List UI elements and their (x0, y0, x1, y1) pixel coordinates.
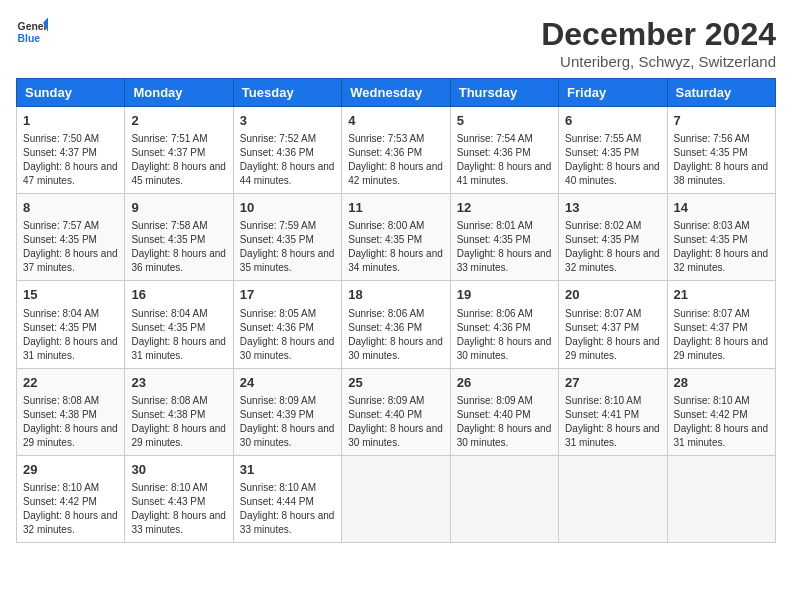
daylight-label: Daylight: 8 hours and 41 minutes. (457, 161, 552, 186)
sunset-label: Sunset: 4:38 PM (131, 409, 205, 420)
sunrise-label: Sunrise: 7:53 AM (348, 133, 424, 144)
day-number: 3 (240, 112, 335, 130)
sunset-label: Sunset: 4:36 PM (457, 147, 531, 158)
column-header-saturday: Saturday (667, 79, 775, 107)
calendar-cell (559, 455, 667, 542)
sunrise-label: Sunrise: 8:01 AM (457, 220, 533, 231)
sunrise-label: Sunrise: 8:04 AM (23, 308, 99, 319)
sunrise-label: Sunrise: 8:10 AM (565, 395, 641, 406)
day-number: 2 (131, 112, 226, 130)
daylight-label: Daylight: 8 hours and 30 minutes. (240, 336, 335, 361)
day-number: 26 (457, 374, 552, 392)
sunrise-label: Sunrise: 8:10 AM (131, 482, 207, 493)
calendar-cell: 29 Sunrise: 8:10 AM Sunset: 4:42 PM Dayl… (17, 455, 125, 542)
day-number: 10 (240, 199, 335, 217)
sunrise-label: Sunrise: 8:02 AM (565, 220, 641, 231)
sunset-label: Sunset: 4:41 PM (565, 409, 639, 420)
column-header-wednesday: Wednesday (342, 79, 450, 107)
title-block: December 2024 Unteriberg, Schwyz, Switze… (541, 16, 776, 70)
calendar-cell: 26 Sunrise: 8:09 AM Sunset: 4:40 PM Dayl… (450, 368, 558, 455)
calendar-week-row: 22 Sunrise: 8:08 AM Sunset: 4:38 PM Dayl… (17, 368, 776, 455)
daylight-label: Daylight: 8 hours and 32 minutes. (674, 248, 769, 273)
daylight-label: Daylight: 8 hours and 30 minutes. (457, 336, 552, 361)
calendar-cell: 2 Sunrise: 7:51 AM Sunset: 4:37 PM Dayli… (125, 107, 233, 194)
logo: General Blue (16, 16, 48, 48)
column-header-friday: Friday (559, 79, 667, 107)
sunrise-label: Sunrise: 7:58 AM (131, 220, 207, 231)
sunset-label: Sunset: 4:43 PM (131, 496, 205, 507)
daylight-label: Daylight: 8 hours and 31 minutes. (23, 336, 118, 361)
day-number: 9 (131, 199, 226, 217)
calendar-cell: 24 Sunrise: 8:09 AM Sunset: 4:39 PM Dayl… (233, 368, 341, 455)
sunrise-label: Sunrise: 8:06 AM (348, 308, 424, 319)
sunrise-label: Sunrise: 8:08 AM (23, 395, 99, 406)
sunrise-label: Sunrise: 8:07 AM (674, 308, 750, 319)
daylight-label: Daylight: 8 hours and 42 minutes. (348, 161, 443, 186)
sunset-label: Sunset: 4:35 PM (240, 234, 314, 245)
day-number: 5 (457, 112, 552, 130)
svg-text:Blue: Blue (18, 33, 41, 44)
sunset-label: Sunset: 4:39 PM (240, 409, 314, 420)
sunset-label: Sunset: 4:37 PM (565, 322, 639, 333)
calendar-cell: 7 Sunrise: 7:56 AM Sunset: 4:35 PM Dayli… (667, 107, 775, 194)
sunrise-label: Sunrise: 7:50 AM (23, 133, 99, 144)
calendar-cell: 27 Sunrise: 8:10 AM Sunset: 4:41 PM Dayl… (559, 368, 667, 455)
day-number: 22 (23, 374, 118, 392)
sunset-label: Sunset: 4:36 PM (240, 322, 314, 333)
sunrise-label: Sunrise: 8:03 AM (674, 220, 750, 231)
daylight-label: Daylight: 8 hours and 40 minutes. (565, 161, 660, 186)
sunrise-label: Sunrise: 8:10 AM (23, 482, 99, 493)
day-number: 1 (23, 112, 118, 130)
column-header-sunday: Sunday (17, 79, 125, 107)
day-number: 12 (457, 199, 552, 217)
calendar-cell: 4 Sunrise: 7:53 AM Sunset: 4:36 PM Dayli… (342, 107, 450, 194)
calendar-cell: 20 Sunrise: 8:07 AM Sunset: 4:37 PM Dayl… (559, 281, 667, 368)
day-number: 7 (674, 112, 769, 130)
sunrise-label: Sunrise: 7:57 AM (23, 220, 99, 231)
day-number: 29 (23, 461, 118, 479)
day-number: 6 (565, 112, 660, 130)
calendar-cell: 1 Sunrise: 7:50 AM Sunset: 4:37 PM Dayli… (17, 107, 125, 194)
sunset-label: Sunset: 4:37 PM (131, 147, 205, 158)
sunset-label: Sunset: 4:40 PM (348, 409, 422, 420)
calendar-cell: 25 Sunrise: 8:09 AM Sunset: 4:40 PM Dayl… (342, 368, 450, 455)
sunrise-label: Sunrise: 8:09 AM (457, 395, 533, 406)
calendar-cell: 22 Sunrise: 8:08 AM Sunset: 4:38 PM Dayl… (17, 368, 125, 455)
calendar-week-row: 15 Sunrise: 8:04 AM Sunset: 4:35 PM Dayl… (17, 281, 776, 368)
daylight-label: Daylight: 8 hours and 35 minutes. (240, 248, 335, 273)
daylight-label: Daylight: 8 hours and 30 minutes. (348, 336, 443, 361)
column-header-thursday: Thursday (450, 79, 558, 107)
sunset-label: Sunset: 4:35 PM (131, 322, 205, 333)
svg-text:General: General (18, 21, 48, 32)
daylight-label: Daylight: 8 hours and 30 minutes. (348, 423, 443, 448)
day-number: 31 (240, 461, 335, 479)
daylight-label: Daylight: 8 hours and 30 minutes. (457, 423, 552, 448)
sunset-label: Sunset: 4:35 PM (131, 234, 205, 245)
sunset-label: Sunset: 4:35 PM (23, 322, 97, 333)
sunrise-label: Sunrise: 7:54 AM (457, 133, 533, 144)
calendar-week-row: 8 Sunrise: 7:57 AM Sunset: 4:35 PM Dayli… (17, 194, 776, 281)
sunset-label: Sunset: 4:42 PM (23, 496, 97, 507)
sunset-label: Sunset: 4:36 PM (240, 147, 314, 158)
calendar-cell: 17 Sunrise: 8:05 AM Sunset: 4:36 PM Dayl… (233, 281, 341, 368)
calendar-header-row: SundayMondayTuesdayWednesdayThursdayFrid… (17, 79, 776, 107)
sunrise-label: Sunrise: 8:09 AM (240, 395, 316, 406)
sunset-label: Sunset: 4:35 PM (674, 147, 748, 158)
calendar-cell: 6 Sunrise: 7:55 AM Sunset: 4:35 PM Dayli… (559, 107, 667, 194)
day-number: 11 (348, 199, 443, 217)
daylight-label: Daylight: 8 hours and 29 minutes. (23, 423, 118, 448)
day-number: 25 (348, 374, 443, 392)
calendar-week-row: 1 Sunrise: 7:50 AM Sunset: 4:37 PM Dayli… (17, 107, 776, 194)
sunset-label: Sunset: 4:38 PM (23, 409, 97, 420)
sunrise-label: Sunrise: 8:06 AM (457, 308, 533, 319)
daylight-label: Daylight: 8 hours and 29 minutes. (131, 423, 226, 448)
sunrise-label: Sunrise: 8:07 AM (565, 308, 641, 319)
calendar-cell: 8 Sunrise: 7:57 AM Sunset: 4:35 PM Dayli… (17, 194, 125, 281)
sunset-label: Sunset: 4:36 PM (457, 322, 531, 333)
calendar-cell: 28 Sunrise: 8:10 AM Sunset: 4:42 PM Dayl… (667, 368, 775, 455)
calendar-cell: 19 Sunrise: 8:06 AM Sunset: 4:36 PM Dayl… (450, 281, 558, 368)
calendar-cell: 10 Sunrise: 7:59 AM Sunset: 4:35 PM Dayl… (233, 194, 341, 281)
sunset-label: Sunset: 4:36 PM (348, 147, 422, 158)
calendar-cell: 30 Sunrise: 8:10 AM Sunset: 4:43 PM Dayl… (125, 455, 233, 542)
daylight-label: Daylight: 8 hours and 45 minutes. (131, 161, 226, 186)
